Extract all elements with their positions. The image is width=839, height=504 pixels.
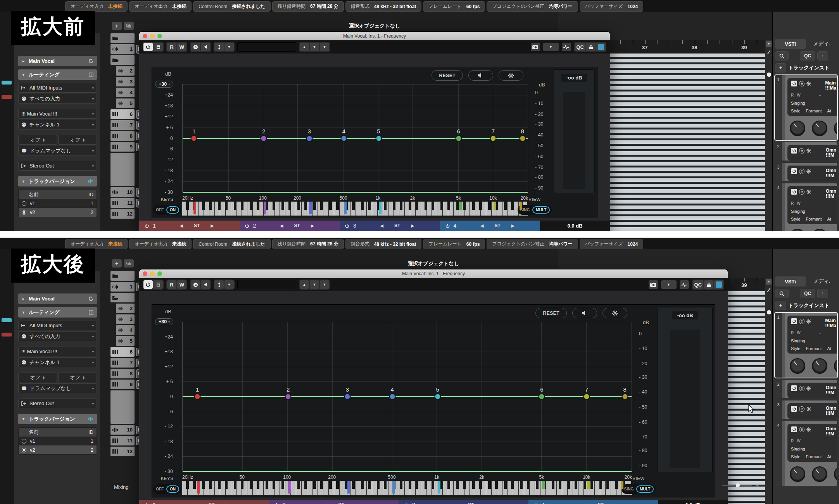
output-routing-select[interactable]: !!! Main Vocal !!! ▾ xyxy=(18,109,97,119)
knob[interactable] xyxy=(834,229,837,231)
edit-instrument-icon[interactable]: e xyxy=(799,427,804,432)
scrollbar-handle[interactable] xyxy=(767,310,771,314)
status-audio-input[interactable]: オーディオ入力 未接続 xyxy=(65,239,128,249)
next-icon[interactable]: ▶ xyxy=(411,223,414,228)
band-strip-3[interactable]: 3 ◀ST▶ xyxy=(399,500,528,504)
freeze-icon[interactable] xyxy=(806,148,811,153)
keys-toggle[interactable]: OFF ON xyxy=(153,484,181,494)
switch-ab-button[interactable]: a xyxy=(191,280,200,289)
prev-icon[interactable]: ◀ xyxy=(180,223,183,228)
instrument-slot-1[interactable]: 1 e xyxy=(775,75,837,140)
status-audio-input[interactable]: オーディオ入力 未接続 xyxy=(65,1,128,12)
prev-icon[interactable]: ◀ xyxy=(380,223,383,228)
preset-dropdown-icon[interactable]: ▼ xyxy=(224,280,234,289)
audio-track[interactable]: 1 M xyxy=(110,44,135,54)
midi-track[interactable]: 9 M xyxy=(110,380,135,389)
audio-track[interactable]: 4 xyxy=(116,325,135,335)
sampler-track[interactable]: 10 M xyxy=(110,425,135,435)
zoom-slider-handle[interactable] xyxy=(736,483,740,487)
audio-track[interactable]: 2 xyxy=(116,66,135,76)
read-automation-button[interactable]: R xyxy=(791,439,794,443)
knob[interactable] xyxy=(834,466,837,482)
maximize-button[interactable] xyxy=(157,34,162,38)
pencil-tool-icon[interactable] xyxy=(767,50,771,55)
radio-selected-icon[interactable] xyxy=(22,448,26,452)
frequency-keyboard[interactable]: 20Hz 50 100 200 500 1k 2k 5k 10k 20k xyxy=(182,195,528,216)
next-icon[interactable]: ▶ xyxy=(511,223,514,228)
stepper-icon[interactable]: ▲▼ xyxy=(42,376,45,380)
freeze-icon[interactable] xyxy=(806,407,811,411)
radio-unselected-icon[interactable] xyxy=(22,201,26,206)
tab-media[interactable]: メディ. xyxy=(806,39,837,49)
folder-track[interactable] xyxy=(110,33,135,43)
write-automation-button[interactable]: W xyxy=(797,439,800,443)
track-versions-header[interactable]: ▼ トラックバージョン xyxy=(18,176,97,186)
status-control-room[interactable]: Control Room 接続されました xyxy=(193,239,270,249)
next-icon[interactable]: ▶ xyxy=(311,223,314,228)
plugin-power-button[interactable] xyxy=(143,280,153,289)
write-automation-button[interactable]: W xyxy=(797,93,800,97)
snapshot-dropdown-icon[interactable]: ▼ xyxy=(661,280,677,289)
prev-icon[interactable]: ◀ xyxy=(280,223,283,228)
eq-grid[interactable]: 1 2 3 4 5 6 7 8 xyxy=(182,84,528,192)
audio-track[interactable]: 3 xyxy=(116,77,135,86)
freeze-icon[interactable] xyxy=(806,386,811,391)
edit-instrument-icon[interactable]: e xyxy=(799,169,804,174)
close-button[interactable] xyxy=(143,271,147,276)
output-routing-select[interactable]: !!! Main Vocal !!! ▾ xyxy=(18,347,97,356)
band-strip-4[interactable]: 4 ◀ST▶ xyxy=(440,221,540,231)
band-strip-2[interactable]: 2 ◀ST▶ xyxy=(269,500,399,504)
knob[interactable] xyxy=(834,358,837,374)
band-handle-4[interactable] xyxy=(389,394,395,400)
knob[interactable] xyxy=(834,121,837,136)
minimize-button[interactable] xyxy=(150,34,155,38)
view-multi-option[interactable]: MULT xyxy=(532,206,550,214)
next-icon[interactable]: ▶ xyxy=(211,223,214,228)
read-automation-button[interactable]: R xyxy=(167,280,176,289)
preset-menu-icon[interactable]: ▼ xyxy=(320,43,329,51)
band-handle-3[interactable] xyxy=(344,394,350,400)
frequency-keyboard[interactable]: 20Hz 50 100 200 500 1k 2k 5k 10k 20k xyxy=(182,474,632,495)
settings-gear-button[interactable] xyxy=(499,70,523,81)
band-handle-8[interactable] xyxy=(621,394,628,400)
version-row-v1[interactable]: v1 1 xyxy=(19,199,97,208)
midi-track-selected[interactable]: 6 M xyxy=(110,109,135,119)
band-strip-1[interactable]: 1 ◀ST▶ xyxy=(139,221,240,231)
band-strip-1[interactable]: 1 ◀ST▶ xyxy=(139,500,269,504)
bypass-button[interactable] xyxy=(154,280,163,289)
view-toggle[interactable]: SING MULT xyxy=(518,205,552,215)
midi-track[interactable]: 12 xyxy=(110,209,135,219)
write-automation-button[interactable]: W xyxy=(797,331,800,335)
sidechain-curve-icon[interactable] xyxy=(562,43,571,51)
edit-instrument-icon[interactable]: e xyxy=(799,406,804,412)
scroll-down-button[interactable]: ▼ xyxy=(766,279,772,285)
radio-unselected-icon[interactable] xyxy=(22,439,26,444)
edit-instrument-icon[interactable]: e xyxy=(799,386,804,391)
pencil-tool-icon[interactable] xyxy=(767,288,771,292)
slot-drag-handle[interactable] xyxy=(782,75,785,140)
move-up-button[interactable]: ↑ xyxy=(817,51,828,60)
next-icon[interactable]: ▶ xyxy=(485,502,488,504)
status-buffer-size[interactable]: バッファーサイズ 1024 xyxy=(580,1,644,12)
instrument-power-icon[interactable] xyxy=(791,148,797,154)
minimize-button[interactable] xyxy=(150,271,155,276)
band-handle-5[interactable] xyxy=(434,394,441,400)
read-automation-button[interactable]: R xyxy=(791,331,794,335)
edit-instrument-icon[interactable]: e xyxy=(799,81,804,86)
settings-gear-button[interactable] xyxy=(602,308,627,318)
midi-track[interactable]: 7 M xyxy=(110,358,135,368)
stepper-icon[interactable]: ▲▼ xyxy=(82,138,85,142)
version-row-v2[interactable]: v2 2 xyxy=(19,208,97,217)
edit-instrument-icon[interactable]: e xyxy=(799,148,804,154)
plugin-titlebar[interactable]: Main Vocal: Ins. 1 - Frequency xyxy=(139,269,728,278)
band-handle-6[interactable] xyxy=(539,394,545,400)
eq-grid[interactable]: 1 2 3 4 5 6 7 8 xyxy=(182,322,632,471)
horizontal-zoom-control[interactable]: + xyxy=(722,482,759,489)
track-name-header[interactable]: ► Main Vocal xyxy=(18,56,97,66)
piano-keys[interactable] xyxy=(182,202,528,216)
instrument-slot-3[interactable]: 3 e xyxy=(775,163,837,181)
band-handle-1[interactable] xyxy=(194,394,201,400)
next-preset-button[interactable]: ▼ xyxy=(310,43,319,51)
band-handle-3[interactable] xyxy=(306,135,312,142)
snapshot-dropdown-icon[interactable]: ▼ xyxy=(543,43,559,51)
